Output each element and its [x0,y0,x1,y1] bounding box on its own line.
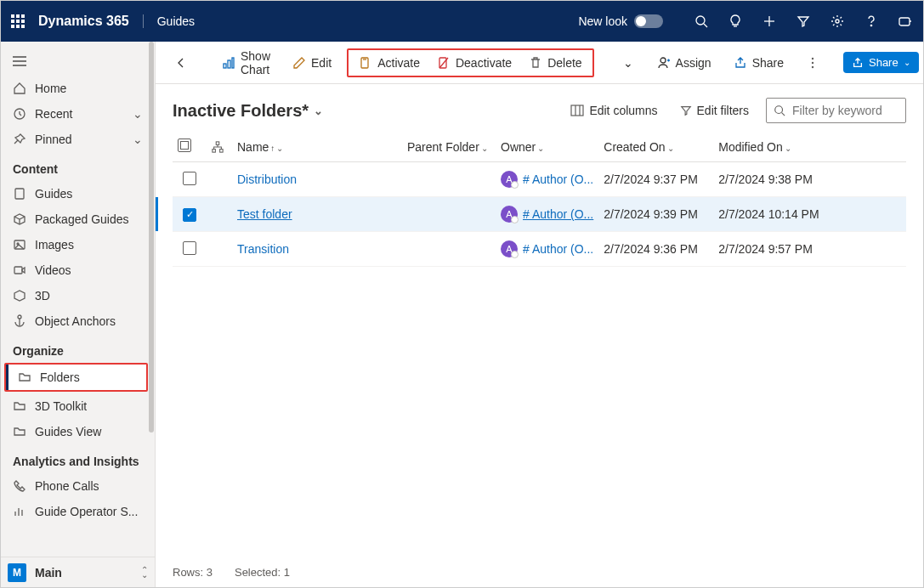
col-hierarchy[interactable] [207,132,232,162]
show-chart-button[interactable]: Show Chart [215,45,277,81]
search-icon[interactable] [694,14,709,29]
nav-recent[interactable]: Recent ⌄ [1,101,155,127]
row-name-link[interactable]: Distribution [237,172,297,186]
back-button[interactable] [167,52,195,74]
nav-videos[interactable]: Videos [1,257,155,283]
col-select-all[interactable] [173,132,207,162]
app-title[interactable]: Guides [143,14,195,28]
share-label: Share [752,56,784,70]
row-name-link[interactable]: Test folder [237,207,292,221]
svg-rect-34 [220,149,224,152]
nav-home[interactable]: Home [1,76,155,101]
col-parent[interactable]: Parent Folder⌄ [402,132,496,162]
share-primary-button[interactable]: Share ⌄ [843,52,919,73]
col-created[interactable]: Created On⌄ [598,132,713,162]
row-owner-link[interactable]: # Author (O... [523,172,593,186]
section-organize: Organize [1,334,155,363]
pencil-icon [292,56,306,70]
filter-keyword-box[interactable] [766,98,906,123]
nav-folders[interactable]: Folders [6,365,146,390]
overflow-chevron-button[interactable]: ⌄ [615,52,642,74]
more-button[interactable] [799,52,826,74]
assistant-icon[interactable] [898,14,913,29]
pin-icon [13,133,26,146]
new-look-label: New look [578,14,627,28]
nav-phone-label: Phone Calls [35,479,99,493]
view-title[interactable]: Inactive Folders* ⌄ [173,101,323,121]
row-checkbox[interactable]: ✓ [183,208,196,222]
nav-toolkit[interactable]: 3D Toolkit [1,393,155,419]
edit-button[interactable]: Edit [286,52,338,74]
nav-anchors[interactable]: Object Anchors [1,308,155,334]
nav-anchors-label: Object Anchors [35,314,116,328]
folder-icon [13,425,26,438]
svg-point-25 [812,61,813,63]
svg-line-1 [704,24,707,27]
help-icon[interactable] [864,14,879,29]
nav-images[interactable]: Images [1,232,155,257]
section-content: Content [1,152,155,181]
edit-columns-label: Edit columns [589,104,657,117]
table-row[interactable]: TransitionA# Author (O...2/7/2024 9:36 P… [173,232,906,267]
nav-operator[interactable]: Guide Operator S... [1,499,155,524]
brand-title[interactable]: Dynamics 365 [38,14,129,29]
sidebar-scrollbar[interactable] [148,42,155,557]
share-button[interactable]: Share [727,52,791,74]
row-checkbox[interactable] [183,172,196,185]
hamburger-icon[interactable] [1,47,155,76]
plus-icon[interactable] [762,14,777,29]
lightbulb-icon[interactable] [728,14,743,29]
area-switcher[interactable]: M Main ⌃⌄ [1,557,155,587]
row-name-link[interactable]: Transition [237,242,289,256]
deactivate-button[interactable]: Deactivate [430,52,519,74]
footer-rows: Rows: 3 [173,566,213,579]
filter-keyword-input[interactable] [791,103,924,118]
footer-selected: Selected: 1 [235,566,290,579]
col-modified[interactable]: Modified On⌄ [713,132,906,162]
activate-button[interactable]: Activate [352,52,427,74]
table-row[interactable]: ✓Test folderA# Author (O...2/7/2024 9:39… [173,197,906,232]
nav-3d[interactable]: 3D [1,283,155,308]
nav-guides-view[interactable]: Guides View [1,419,155,444]
assign-label: Assign [676,56,711,70]
table-row[interactable]: DistributionA# Author (O...2/7/2024 9:37… [173,162,906,197]
search-icon [774,105,785,116]
nav-packaged[interactable]: Packaged Guides [1,206,155,232]
waffle-icon[interactable] [11,14,25,28]
row-created: 2/7/2024 9:39 PM [598,197,713,232]
funnel-icon[interactable] [796,14,811,29]
nav-guides[interactable]: Guides [1,181,155,206]
chevron-down-icon: ⌄ [904,58,910,67]
nav-phone[interactable]: Phone Calls [1,473,155,499]
avatar: A [501,171,518,188]
svg-line-31 [782,113,785,116]
person-icon [657,56,671,70]
gear-icon[interactable] [830,14,845,29]
image-icon [13,238,26,252]
col-name[interactable]: Name↑⌄ [232,132,402,162]
svg-point-5 [836,20,839,23]
edit-filters-button[interactable]: Edit filters [675,100,754,121]
row-owner-link[interactable]: # Author (O... [523,207,593,221]
activate-label: Activate [377,56,420,70]
home-icon [13,82,26,95]
col-owner[interactable]: Owner⌄ [496,132,598,162]
phone-icon [13,479,26,493]
nav-guides-view-label: Guides View [35,425,101,438]
avatar: A [501,240,518,257]
highlighted-commands: Activate Deactivate Delete [347,48,593,77]
svg-point-26 [812,65,813,67]
svg-point-0 [696,16,705,25]
assign-button[interactable]: Assign [650,52,718,74]
row-owner-link[interactable]: # Author (O... [523,242,593,256]
toggle-switch[interactable] [634,14,663,28]
new-look-toggle[interactable]: New look [578,14,663,28]
view-header: Inactive Folders* ⌄ Edit columns Edit fi… [156,84,923,132]
nav-pinned[interactable]: Pinned ⌄ [1,127,155,152]
row-checkbox[interactable] [183,241,196,255]
package-icon [13,212,26,226]
nav-folders-label: Folders [40,370,80,384]
more-vertical-icon [806,56,819,70]
delete-button[interactable]: Delete [522,52,588,74]
edit-columns-button[interactable]: Edit columns [565,100,662,121]
